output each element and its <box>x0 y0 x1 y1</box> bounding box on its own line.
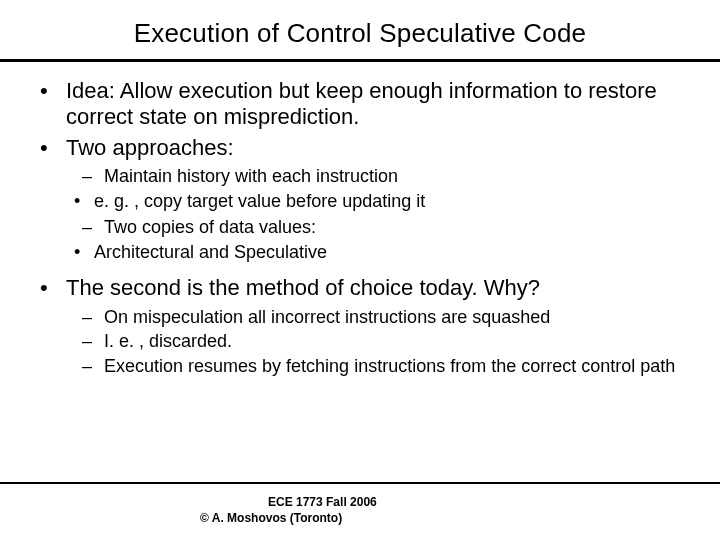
list-item-text: The second is the method of choice today… <box>66 275 680 301</box>
bullet-list-level3: • Architectural and Speculative <box>74 241 680 264</box>
bullet-dash-icon: – <box>82 330 104 353</box>
slide-content: • Idea: Allow execution but keep enough … <box>0 62 720 377</box>
spacer <box>40 263 680 271</box>
footer: ECE 1773 Fall 2006 © A. Moshovos (Toront… <box>0 494 720 526</box>
bullet-disc-icon: • <box>40 275 66 301</box>
list-item-text: Architectural and Speculative <box>94 241 680 264</box>
list-item-text: On mispeculation all incorrect instructi… <box>104 306 680 329</box>
slide: Execution of Control Speculative Code • … <box>0 0 720 540</box>
list-item-text: Execution resumes by fetching instructio… <box>104 355 680 378</box>
list-item-text: e. g. , copy target value before updatin… <box>94 190 680 213</box>
bullet-dash-icon: – <box>82 306 104 329</box>
list-item-text: Maintain history with each instruction <box>104 165 680 188</box>
bullet-dash-icon: – <box>82 355 104 378</box>
list-item: • Idea: Allow execution but keep enough … <box>40 78 680 131</box>
list-item: – I. e. , discarded. <box>82 330 680 353</box>
bullet-list-level1: • Idea: Allow execution but keep enough … <box>40 78 680 161</box>
bullet-list-level3: • e. g. , copy target value before updat… <box>74 190 680 213</box>
footer-copyright: © A. Moshovos (Toronto) <box>200 510 720 526</box>
slide-title: Execution of Control Speculative Code <box>0 0 720 55</box>
list-item-text: Two approaches: <box>66 135 680 161</box>
bullet-disc-icon: • <box>40 135 66 161</box>
list-item: – Execution resumes by fetching instruct… <box>82 355 680 378</box>
bullet-list-level2: – Two copies of data values: <box>82 216 680 239</box>
bullet-list-level2: – Maintain history with each instruction <box>82 165 680 188</box>
list-item-text: I. e. , discarded. <box>104 330 680 353</box>
footer-rule <box>0 482 720 484</box>
bullet-disc-icon: • <box>40 78 66 131</box>
bullet-dash-icon: – <box>82 216 104 239</box>
bullet-disc-icon: • <box>74 241 94 264</box>
list-item: – On mispeculation all incorrect instruc… <box>82 306 680 329</box>
bullet-dash-icon: – <box>82 165 104 188</box>
list-item: • e. g. , copy target value before updat… <box>74 190 680 213</box>
list-item: • Two approaches: <box>40 135 680 161</box>
list-item: • The second is the method of choice tod… <box>40 275 680 301</box>
list-item-text: Idea: Allow execution but keep enough in… <box>66 78 680 131</box>
list-item: – Two copies of data values: <box>82 216 680 239</box>
bullet-list-level1: • The second is the method of choice tod… <box>40 275 680 301</box>
bullet-list-level2: – On mispeculation all incorrect instruc… <box>82 306 680 378</box>
bullet-disc-icon: • <box>74 190 94 213</box>
list-item: • Architectural and Speculative <box>74 241 680 264</box>
footer-course: ECE 1773 Fall 2006 <box>200 494 720 510</box>
list-item-text: Two copies of data values: <box>104 216 680 239</box>
list-item: – Maintain history with each instruction <box>82 165 680 188</box>
